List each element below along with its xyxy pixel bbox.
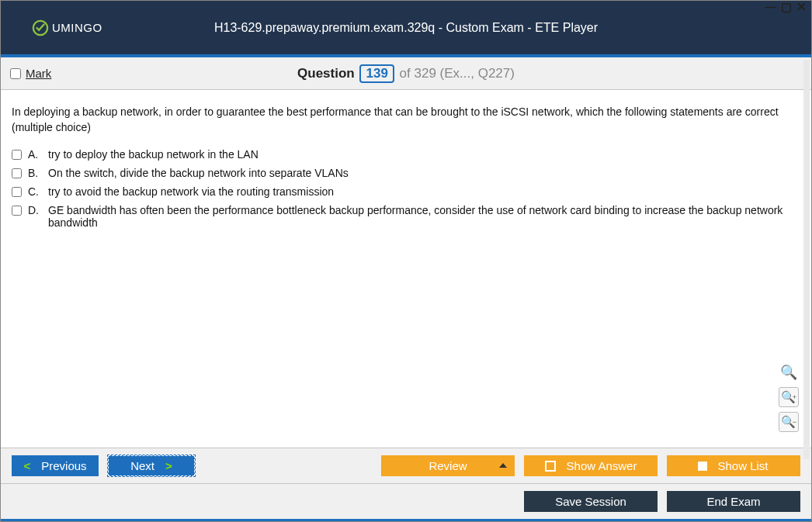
close-button[interactable]: ✕ <box>796 2 807 12</box>
show-answer-button[interactable]: Show Answer <box>524 455 658 476</box>
previous-button[interactable]: < Previous <box>12 455 99 476</box>
maximize-button[interactable]: ▢ <box>781 2 792 12</box>
zoom-tools: 🔍 🔍+ 🔍− <box>779 362 799 432</box>
bottom-accent <box>1 519 811 521</box>
square-icon <box>545 461 556 472</box>
magnifier-icon[interactable]: 🔍 <box>779 362 799 382</box>
option-d-checkbox[interactable] <box>12 206 22 216</box>
question-body: In deploying a backup network, in order … <box>1 90 811 448</box>
option-b[interactable]: B. On the switch, divide the backup netw… <box>12 167 800 179</box>
question-counter: Question 139 of 329 (Ex..., Q227) <box>1 64 811 83</box>
zoom-out-button[interactable]: 🔍− <box>779 412 799 432</box>
window-title: H13-629.prepaway.premium.exam.329q - Cus… <box>1 21 811 35</box>
option-d[interactable]: D. GE bandwidth has often been the perfo… <box>12 204 800 229</box>
zoom-in-button[interactable]: 🔍+ <box>779 387 799 407</box>
check-circle-icon <box>32 19 49 36</box>
end-exam-button[interactable]: End Exam <box>667 491 800 512</box>
option-c-checkbox[interactable] <box>12 187 22 197</box>
option-a[interactable]: A. try to deploy the backup network in t… <box>12 148 800 161</box>
minimize-button[interactable]: — <box>765 2 776 12</box>
option-a-checkbox[interactable] <box>12 150 22 160</box>
question-header: Mark Question 139 of 329 (Ex..., Q227) <box>1 57 811 90</box>
app-logo: UMINGO <box>32 19 102 36</box>
session-bar: Save Session End Exam <box>1 483 811 519</box>
next-button[interactable]: Next > <box>108 455 195 476</box>
chevron-left-icon: < <box>23 459 30 472</box>
option-b-checkbox[interactable] <box>12 168 22 178</box>
question-number: 139 <box>359 64 394 83</box>
review-button[interactable]: Review <box>381 455 515 476</box>
triangle-up-icon <box>499 463 507 468</box>
save-session-button[interactable]: Save Session <box>524 491 658 512</box>
chevron-right-icon: > <box>165 459 172 472</box>
nav-bar: < Previous Next > Review Show Answer Sho… <box>1 448 811 483</box>
option-c[interactable]: C. try to avoid the backup network via t… <box>12 185 800 198</box>
title-bar: UMINGO H13-629.prepaway.premium.exam.329… <box>1 1 811 57</box>
square-filled-icon <box>699 462 706 470</box>
question-text: In deploying a backup network, in order … <box>12 104 800 136</box>
logo-text: UMINGO <box>52 21 102 34</box>
scrollbar-track[interactable] <box>803 60 810 459</box>
show-list-button[interactable]: Show List <box>667 455 800 476</box>
